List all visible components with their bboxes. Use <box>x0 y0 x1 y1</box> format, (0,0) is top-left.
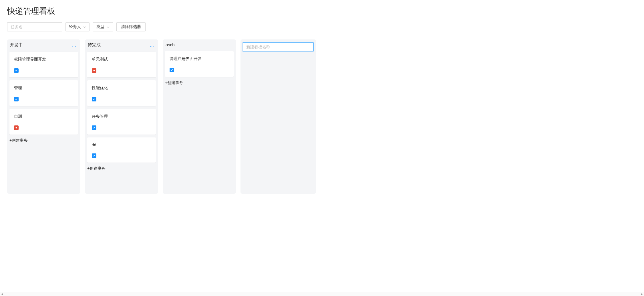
task-type-icon <box>14 68 19 73</box>
add-task-button[interactable]: +创建事务 <box>163 77 236 89</box>
task-title: 管理注册界面开发 <box>170 56 229 61</box>
task-title: dd <box>92 143 151 147</box>
column-more-button[interactable]: ... <box>71 43 77 47</box>
task-title: 单元测试 <box>92 57 151 62</box>
clear-filters-button[interactable]: 清除筛选器 <box>116 22 146 31</box>
column-more-button[interactable]: ... <box>149 43 155 47</box>
task-title: 权限管理界面开发 <box>14 57 73 62</box>
new-column-name-input[interactable] <box>243 42 314 51</box>
task-name-input[interactable] <box>7 22 62 31</box>
task-list: 权限管理界面开发 管理 自测 <box>7 49 80 135</box>
task-card[interactable]: 单元测试 <box>87 52 156 77</box>
column-header: ascb ... <box>163 39 236 49</box>
assignee-select-label: 经办人 <box>69 24 81 29</box>
task-list: 管理注册界面开发 <box>163 49 236 77</box>
task-card[interactable]: 管理注册界面开发 <box>165 51 234 77</box>
task-type-icon <box>92 125 96 130</box>
task-type-icon <box>92 68 96 73</box>
task-type-icon <box>92 97 96 101</box>
filter-bar: 经办人 类型 清除筛选器 <box>7 22 637 31</box>
column-header: 开发中 ... <box>7 39 80 49</box>
new-column <box>240 39 316 194</box>
chevron-down-icon <box>107 25 110 29</box>
task-title: 自测 <box>14 114 73 119</box>
svg-point-1 <box>94 70 95 71</box>
task-title: 任务管理 <box>92 114 151 119</box>
board-column: 开发中 ... 权限管理界面开发 管理 自测 <box>7 39 80 194</box>
page-title: 快递管理看板 <box>7 6 637 17</box>
assignee-select[interactable]: 经办人 <box>65 22 90 31</box>
task-list: 单元测试 性能优化 任务管理 dd <box>85 49 158 163</box>
column-title: ascb <box>166 42 175 47</box>
add-task-button[interactable]: +创建事务 <box>7 135 80 147</box>
column-more-button[interactable]: ... <box>226 43 233 47</box>
clear-filters-label: 清除筛选器 <box>121 24 141 29</box>
task-type-icon <box>14 97 19 101</box>
task-type-icon <box>92 153 96 158</box>
task-card[interactable]: 管理 <box>9 80 78 106</box>
type-select[interactable]: 类型 <box>93 22 113 31</box>
task-card[interactable]: 性能优化 <box>87 80 156 106</box>
task-card[interactable]: 任务管理 <box>87 109 156 135</box>
board-column: ascb ... 管理注册界面开发 +创建事务 <box>163 39 236 194</box>
task-type-icon <box>14 125 19 130</box>
column-header: 待完成 ... <box>85 39 158 49</box>
task-title: 管理 <box>14 85 73 91</box>
add-task-button[interactable]: +创建事务 <box>85 163 158 175</box>
task-title: 性能优化 <box>92 85 151 91</box>
chevron-down-icon <box>83 25 86 29</box>
svg-point-0 <box>16 127 17 129</box>
task-type-icon <box>170 68 174 72</box>
task-card[interactable]: 权限管理界面开发 <box>9 52 78 77</box>
column-title: 待完成 <box>88 42 101 48</box>
task-card[interactable]: dd <box>87 137 156 163</box>
board-container: 开发中 ... 权限管理界面开发 管理 自测 <box>7 39 637 197</box>
task-card[interactable]: 自测 <box>9 109 78 135</box>
board-column: 待完成 ... 单元测试 性能优化 任务管理 <box>85 39 158 194</box>
type-select-label: 类型 <box>96 24 104 29</box>
column-title: 开发中 <box>10 42 23 48</box>
